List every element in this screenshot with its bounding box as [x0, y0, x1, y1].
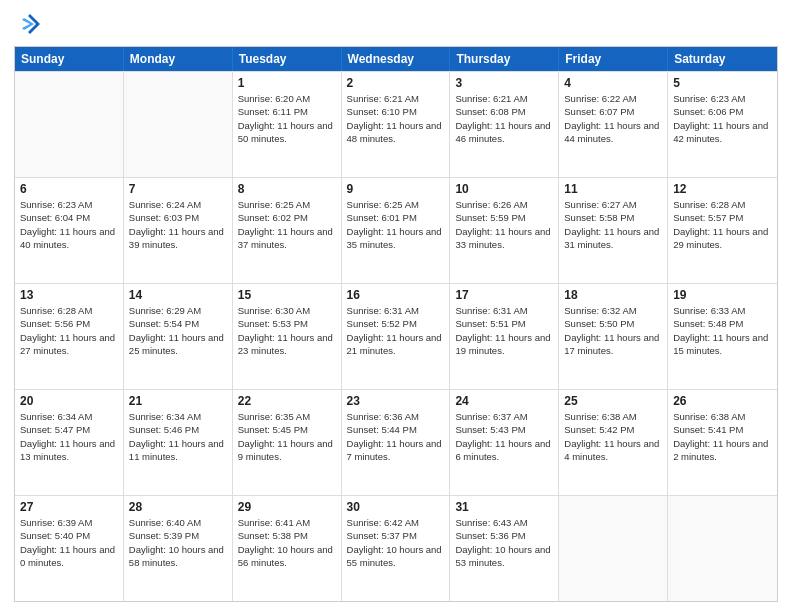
day-number: 4	[564, 76, 662, 90]
day-info: Sunrise: 6:20 AM Sunset: 6:11 PM Dayligh…	[238, 92, 336, 145]
day-info: Sunrise: 6:29 AM Sunset: 5:54 PM Dayligh…	[129, 304, 227, 357]
calendar-cell: 16Sunrise: 6:31 AM Sunset: 5:52 PM Dayli…	[342, 284, 451, 389]
day-of-week-header: Wednesday	[342, 47, 451, 71]
calendar-cell: 25Sunrise: 6:38 AM Sunset: 5:42 PM Dayli…	[559, 390, 668, 495]
day-info: Sunrise: 6:34 AM Sunset: 5:47 PM Dayligh…	[20, 410, 118, 463]
day-number: 23	[347, 394, 445, 408]
day-number: 18	[564, 288, 662, 302]
calendar-row: 13Sunrise: 6:28 AM Sunset: 5:56 PM Dayli…	[15, 283, 777, 389]
calendar-cell: 17Sunrise: 6:31 AM Sunset: 5:51 PM Dayli…	[450, 284, 559, 389]
calendar-cell: 30Sunrise: 6:42 AM Sunset: 5:37 PM Dayli…	[342, 496, 451, 601]
day-info: Sunrise: 6:35 AM Sunset: 5:45 PM Dayligh…	[238, 410, 336, 463]
calendar-cell: 2Sunrise: 6:21 AM Sunset: 6:10 PM Daylig…	[342, 72, 451, 177]
day-number: 7	[129, 182, 227, 196]
calendar-cell: 8Sunrise: 6:25 AM Sunset: 6:02 PM Daylig…	[233, 178, 342, 283]
day-info: Sunrise: 6:38 AM Sunset: 5:41 PM Dayligh…	[673, 410, 772, 463]
calendar-cell: 4Sunrise: 6:22 AM Sunset: 6:07 PM Daylig…	[559, 72, 668, 177]
day-number: 20	[20, 394, 118, 408]
calendar-cell: 31Sunrise: 6:43 AM Sunset: 5:36 PM Dayli…	[450, 496, 559, 601]
day-info: Sunrise: 6:23 AM Sunset: 6:06 PM Dayligh…	[673, 92, 772, 145]
day-number: 3	[455, 76, 553, 90]
day-info: Sunrise: 6:38 AM Sunset: 5:42 PM Dayligh…	[564, 410, 662, 463]
day-info: Sunrise: 6:36 AM Sunset: 5:44 PM Dayligh…	[347, 410, 445, 463]
day-info: Sunrise: 6:31 AM Sunset: 5:52 PM Dayligh…	[347, 304, 445, 357]
logo-icon	[14, 10, 42, 38]
calendar-cell: 5Sunrise: 6:23 AM Sunset: 6:06 PM Daylig…	[668, 72, 777, 177]
day-of-week-header: Thursday	[450, 47, 559, 71]
day-number: 31	[455, 500, 553, 514]
day-number: 8	[238, 182, 336, 196]
day-number: 15	[238, 288, 336, 302]
day-number: 9	[347, 182, 445, 196]
calendar-cell: 15Sunrise: 6:30 AM Sunset: 5:53 PM Dayli…	[233, 284, 342, 389]
day-of-week-header: Saturday	[668, 47, 777, 71]
day-of-week-header: Tuesday	[233, 47, 342, 71]
day-info: Sunrise: 6:33 AM Sunset: 5:48 PM Dayligh…	[673, 304, 772, 357]
day-info: Sunrise: 6:42 AM Sunset: 5:37 PM Dayligh…	[347, 516, 445, 569]
day-info: Sunrise: 6:25 AM Sunset: 6:02 PM Dayligh…	[238, 198, 336, 251]
calendar-row: 20Sunrise: 6:34 AM Sunset: 5:47 PM Dayli…	[15, 389, 777, 495]
day-number: 12	[673, 182, 772, 196]
day-number: 11	[564, 182, 662, 196]
day-number: 2	[347, 76, 445, 90]
calendar-cell: 22Sunrise: 6:35 AM Sunset: 5:45 PM Dayli…	[233, 390, 342, 495]
day-of-week-header: Monday	[124, 47, 233, 71]
calendar-cell: 11Sunrise: 6:27 AM Sunset: 5:58 PM Dayli…	[559, 178, 668, 283]
calendar-cell: 6Sunrise: 6:23 AM Sunset: 6:04 PM Daylig…	[15, 178, 124, 283]
day-number: 19	[673, 288, 772, 302]
calendar-body: 1Sunrise: 6:20 AM Sunset: 6:11 PM Daylig…	[15, 71, 777, 601]
day-info: Sunrise: 6:24 AM Sunset: 6:03 PM Dayligh…	[129, 198, 227, 251]
calendar-cell	[15, 72, 124, 177]
calendar-cell: 9Sunrise: 6:25 AM Sunset: 6:01 PM Daylig…	[342, 178, 451, 283]
day-number: 26	[673, 394, 772, 408]
day-info: Sunrise: 6:40 AM Sunset: 5:39 PM Dayligh…	[129, 516, 227, 569]
day-info: Sunrise: 6:22 AM Sunset: 6:07 PM Dayligh…	[564, 92, 662, 145]
day-number: 10	[455, 182, 553, 196]
calendar-cell: 26Sunrise: 6:38 AM Sunset: 5:41 PM Dayli…	[668, 390, 777, 495]
calendar-header: SundayMondayTuesdayWednesdayThursdayFrid…	[15, 47, 777, 71]
day-info: Sunrise: 6:28 AM Sunset: 5:57 PM Dayligh…	[673, 198, 772, 251]
calendar-cell	[124, 72, 233, 177]
day-number: 6	[20, 182, 118, 196]
day-number: 28	[129, 500, 227, 514]
day-number: 22	[238, 394, 336, 408]
day-info: Sunrise: 6:23 AM Sunset: 6:04 PM Dayligh…	[20, 198, 118, 251]
calendar-cell	[559, 496, 668, 601]
day-info: Sunrise: 6:21 AM Sunset: 6:08 PM Dayligh…	[455, 92, 553, 145]
day-info: Sunrise: 6:27 AM Sunset: 5:58 PM Dayligh…	[564, 198, 662, 251]
calendar: SundayMondayTuesdayWednesdayThursdayFrid…	[14, 46, 778, 602]
calendar-cell: 1Sunrise: 6:20 AM Sunset: 6:11 PM Daylig…	[233, 72, 342, 177]
calendar-cell: 14Sunrise: 6:29 AM Sunset: 5:54 PM Dayli…	[124, 284, 233, 389]
day-number: 17	[455, 288, 553, 302]
calendar-cell: 3Sunrise: 6:21 AM Sunset: 6:08 PM Daylig…	[450, 72, 559, 177]
day-number: 27	[20, 500, 118, 514]
day-number: 21	[129, 394, 227, 408]
day-number: 29	[238, 500, 336, 514]
logo	[14, 10, 46, 38]
day-info: Sunrise: 6:43 AM Sunset: 5:36 PM Dayligh…	[455, 516, 553, 569]
calendar-cell: 29Sunrise: 6:41 AM Sunset: 5:38 PM Dayli…	[233, 496, 342, 601]
day-number: 25	[564, 394, 662, 408]
calendar-cell: 20Sunrise: 6:34 AM Sunset: 5:47 PM Dayli…	[15, 390, 124, 495]
calendar-cell: 18Sunrise: 6:32 AM Sunset: 5:50 PM Dayli…	[559, 284, 668, 389]
day-info: Sunrise: 6:30 AM Sunset: 5:53 PM Dayligh…	[238, 304, 336, 357]
day-info: Sunrise: 6:37 AM Sunset: 5:43 PM Dayligh…	[455, 410, 553, 463]
day-number: 5	[673, 76, 772, 90]
calendar-cell: 12Sunrise: 6:28 AM Sunset: 5:57 PM Dayli…	[668, 178, 777, 283]
day-number: 16	[347, 288, 445, 302]
calendar-cell: 13Sunrise: 6:28 AM Sunset: 5:56 PM Dayli…	[15, 284, 124, 389]
day-number: 1	[238, 76, 336, 90]
day-number: 30	[347, 500, 445, 514]
day-of-week-header: Friday	[559, 47, 668, 71]
calendar-cell: 23Sunrise: 6:36 AM Sunset: 5:44 PM Dayli…	[342, 390, 451, 495]
calendar-row: 6Sunrise: 6:23 AM Sunset: 6:04 PM Daylig…	[15, 177, 777, 283]
calendar-cell: 10Sunrise: 6:26 AM Sunset: 5:59 PM Dayli…	[450, 178, 559, 283]
day-info: Sunrise: 6:34 AM Sunset: 5:46 PM Dayligh…	[129, 410, 227, 463]
calendar-row: 27Sunrise: 6:39 AM Sunset: 5:40 PM Dayli…	[15, 495, 777, 601]
day-info: Sunrise: 6:31 AM Sunset: 5:51 PM Dayligh…	[455, 304, 553, 357]
day-info: Sunrise: 6:41 AM Sunset: 5:38 PM Dayligh…	[238, 516, 336, 569]
day-info: Sunrise: 6:21 AM Sunset: 6:10 PM Dayligh…	[347, 92, 445, 145]
calendar-cell: 7Sunrise: 6:24 AM Sunset: 6:03 PM Daylig…	[124, 178, 233, 283]
calendar-row: 1Sunrise: 6:20 AM Sunset: 6:11 PM Daylig…	[15, 71, 777, 177]
day-info: Sunrise: 6:32 AM Sunset: 5:50 PM Dayligh…	[564, 304, 662, 357]
